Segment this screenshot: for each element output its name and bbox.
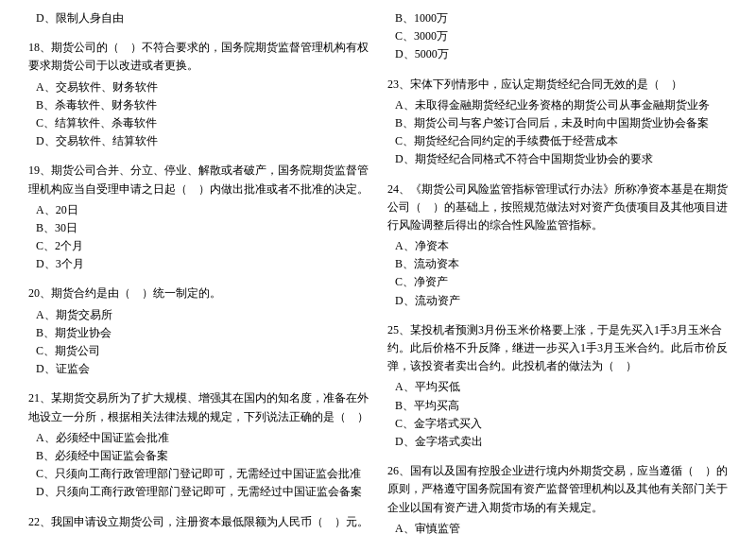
q21-option-a: A、必须经中国证监会批准	[28, 429, 369, 447]
question-22: 22、我国申请设立期货公司，注册资本最低限额为人民币（ ）元。 A、500万	[28, 513, 369, 535]
question-23: 23、宋体下列情形中，应认定期货经纪合同无效的是（ ） A、未取得金融期货经纪业…	[387, 76, 728, 169]
q24-option-a: A、净资本	[387, 237, 728, 255]
q25-option-c: C、金字塔式买入	[387, 415, 728, 433]
option-text: D、限制人身自由	[28, 9, 369, 27]
q24-option-d: D、流动资产	[387, 292, 728, 310]
q19-option-b: B、30日	[28, 219, 369, 237]
question-21-text: 21、某期货交易所为了扩大规模、增强其在国内的知名度，准备在外地设立一分所，根据…	[28, 389, 369, 425]
question-18-text: 18、期货公司的（ ）不符合要求的，国务院期货监督管理机构有权要求期货公司于以改…	[28, 39, 369, 75]
q20-option-b: B、期货业协会	[28, 324, 369, 342]
q18-option-a: A、交易软件、财务软件	[28, 78, 369, 96]
q25-option-d: D、金字塔式卖出	[387, 433, 728, 451]
question-26-text: 26、国有以及国有控股企业进行境内外期货交易，应当遵循（ ）的原则，严格遵守国务…	[387, 462, 728, 517]
q22-option-d: D、5000万	[387, 45, 728, 63]
q23-option-a: A、未取得金融期货经纪业务资格的期货公司从事金融期货业务	[387, 96, 728, 114]
question-21: 21、某期货交易所为了扩大规模、增强其在国内的知名度，准备在外地设立一分所，根据…	[28, 389, 369, 501]
q24-option-b: B、流动资本	[387, 255, 728, 273]
q26-option-a: A、审慎监管	[387, 520, 728, 534]
question-24-text: 24、《期货公司风险监管指标管理试行办法》所称净资本基是在期货公司（ ）的基础上…	[387, 181, 728, 235]
q18-option-c: C、结算软件、杀毒软件	[28, 114, 369, 132]
option-d-limit: D、限制人身自由	[28, 9, 369, 27]
question-23-text: 23、宋体下列情形中，应认定期货经纪合同无效的是（ ）	[387, 76, 728, 94]
question-20: 20、期货合约是由（ ）统一制定的。 A、期货交易所 B、期货业协会 C、期货公…	[28, 284, 369, 378]
question-25: 25、某投机者预测3月份玉米价格要上涨，于是先买入1手3月玉米合约。此后价格不升…	[387, 321, 728, 451]
question-22-text: 22、我国申请设立期货公司，注册资本最低限额为人民币（ ）元。	[28, 513, 369, 531]
q25-option-b: B、平均买高	[387, 397, 728, 415]
question-20-text: 20、期货合约是由（ ）统一制定的。	[28, 284, 369, 302]
q21-option-c: C、只须向工商行政管理部门登记即可，无需经过中国证监会批准	[28, 465, 369, 483]
q23-option-d: D、期货经纪合同格式不符合中国期货业协会的要求	[387, 150, 728, 168]
q24-option-c: C、净资产	[387, 273, 728, 291]
q19-option-d: D、3个月	[28, 255, 369, 273]
q20-option-c: C、期货公司	[28, 342, 369, 360]
question-25-text: 25、某投机者预测3月份玉米价格要上涨，于是先买入1手3月玉米合约。此后价格不升…	[387, 321, 728, 376]
q23-option-c: C、期货经纪合同约定的手续费低于经营成本	[387, 132, 728, 150]
q19-option-a: A、20日	[28, 201, 369, 219]
question-26: 26、国有以及国有控股企业进行境内外期货交易，应当遵循（ ）的原则，严格遵守国务…	[387, 462, 728, 534]
q23-option-b: B、期货公司与客户签订合同后，未及时向中国期货业协会备案	[387, 114, 728, 132]
question-19-text: 19、期货公司合并、分立、停业、解散或者破产，国务院期货监督管理机构应当自受理申…	[28, 162, 369, 198]
q22-option-c: C、3000万	[387, 27, 728, 45]
question-22-cont: B、1000万 C、3000万 D、5000万	[387, 9, 728, 64]
q25-option-a: A、平均买低	[387, 378, 728, 396]
q21-option-d: D、只须向工商行政管理部门登记即可，无需经过中国证监会备案	[28, 483, 369, 501]
q19-option-c: C、2个月	[28, 237, 369, 255]
left-column: D、限制人身自由 18、期货公司的（ ）不符合要求的，国务院期货监督管理机构有权…	[28, 9, 369, 534]
right-column: B、1000万 C、3000万 D、5000万 23、宋体下列情形中，应认定期货…	[387, 9, 728, 534]
q18-option-d: D、交易软件、结算软件	[28, 132, 369, 150]
question-19: 19、期货公司合并、分立、停业、解散或者破产，国务院期货监督管理机构应当自受理申…	[28, 162, 369, 273]
page-content: D、限制人身自由 18、期货公司的（ ）不符合要求的，国务院期货监督管理机构有权…	[28, 9, 728, 534]
question-18: 18、期货公司的（ ）不符合要求的，国务院期货监督管理机构有权要求期货公司于以改…	[28, 39, 369, 150]
q18-option-b: B、杀毒软件、财务软件	[28, 96, 369, 114]
q20-option-a: A、期货交易所	[28, 306, 369, 324]
q20-option-d: D、证监会	[28, 360, 369, 378]
q22-option-b: B、1000万	[387, 9, 728, 27]
question-24: 24、《期货公司风险监管指标管理试行办法》所称净资本基是在期货公司（ ）的基础上…	[387, 181, 728, 310]
q21-option-b: B、必须经中国证监会备案	[28, 447, 369, 465]
